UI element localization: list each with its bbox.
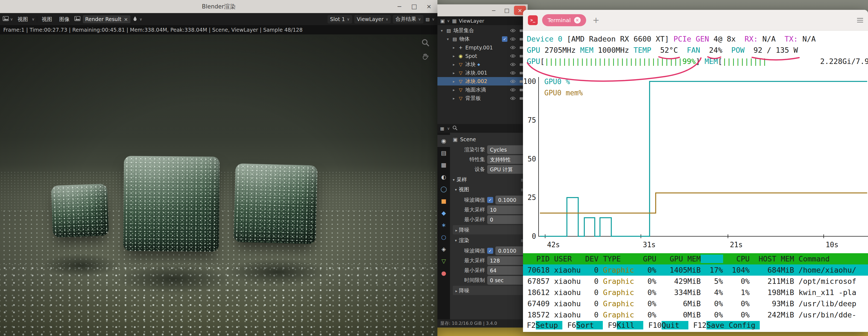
expand-caret[interactable]: ▸	[452, 71, 456, 75]
eye-icon[interactable]	[509, 96, 517, 100]
process-row[interactable]: 70618 xiaohu 0 Graphic 0% 1405MiB 17% 10…	[523, 264, 868, 276]
menu-view[interactable]: 视图	[39, 15, 55, 23]
properties-tab-constraints[interactable]: ◈	[437, 243, 450, 255]
maximize-button[interactable]: □	[501, 6, 513, 15]
menu-image[interactable]: 图像	[57, 15, 72, 23]
collapsed-panel[interactable]: ▸ 降噪	[453, 286, 525, 295]
properties-tab-particles[interactable]: ∗	[437, 219, 450, 231]
display-options-icon[interactable]: ▧	[426, 16, 430, 22]
eye-icon[interactable]	[509, 88, 517, 92]
properties-tab-physics[interactable]: ○	[437, 231, 450, 243]
expand-caret[interactable]: ▸	[452, 79, 456, 83]
fkey-f6[interactable]: F6	[567, 321, 576, 330]
properties-tab-modifiers[interactable]: ◆	[437, 207, 450, 219]
zoom-gizmo[interactable]	[420, 37, 431, 48]
fkey-label[interactable]: Sort	[576, 321, 603, 330]
fkey-label[interactable]: Quit	[661, 321, 688, 330]
pan-gizmo[interactable]	[420, 51, 431, 63]
outliner-row[interactable]: ▾▤场景集合	[437, 26, 528, 35]
collapsed-panel[interactable]: ▸ 降噪	[453, 225, 525, 234]
panel-header[interactable]: ▾渲染≡	[453, 235, 525, 245]
expand-caret[interactable]: ▸	[452, 45, 456, 50]
expand-caret[interactable]: ▸	[452, 88, 456, 92]
editor-type-button[interactable]: ∨	[3, 16, 13, 22]
browse-image-icon[interactable]	[74, 16, 81, 22]
terminal-tab[interactable]: Terminal ×	[542, 14, 586, 26]
properties-tab-object-data[interactable]: ▽	[437, 255, 450, 267]
image-datablock[interactable]: Render Result ×	[83, 15, 131, 24]
fkey-label[interactable]: Kill	[617, 321, 644, 330]
slot-select[interactable]: Slot 1∨	[328, 15, 352, 24]
collection-checkbox[interactable]: ✓	[502, 36, 507, 42]
maximize-button[interactable]: □	[407, 0, 422, 13]
process-row[interactable]: 18572 xiaohu 0 Graphic 0% 0MiB 0% 0% 242…	[523, 309, 868, 321]
fkey-f12[interactable]: F12	[693, 321, 707, 330]
fkey-f10[interactable]: F10	[648, 321, 661, 330]
properties-tab-scene[interactable]: ◐	[437, 171, 450, 183]
expand-caret[interactable]: ▾	[440, 28, 444, 33]
value-field[interactable]: 128	[487, 256, 525, 265]
value-field[interactable]: 0 sec	[487, 276, 525, 284]
fkey-f9[interactable]: F9	[608, 321, 617, 330]
minimize-button[interactable]: −	[392, 0, 407, 13]
fkey-label[interactable]: Save Config	[706, 321, 760, 330]
value-field[interactable]: 支持特性	[487, 155, 525, 164]
eye-icon[interactable]	[509, 37, 517, 41]
panel-header[interactable]: ▾视图≡	[453, 184, 525, 195]
object-data-icon: ▽	[441, 258, 446, 264]
process-row[interactable]: 18612 xiaohu 0 Graphic 0% 334MiB 4% 1% 1…	[523, 287, 868, 298]
value-field[interactable]: 0	[487, 215, 525, 224]
outliner-row[interactable]: ▸▽背景板	[437, 94, 528, 102]
viewlayer-selector[interactable]: ViewLayer	[459, 18, 484, 24]
search-icon[interactable]	[453, 125, 457, 131]
property-row: 最大采样10	[453, 205, 525, 214]
eye-icon[interactable]	[509, 79, 517, 83]
properties-tab-render[interactable]: ◉	[437, 135, 450, 147]
value-field[interactable]: 64	[487, 266, 525, 275]
properties-tab-material[interactable]: ●	[437, 267, 450, 279]
expand-caret[interactable]: ▸	[452, 96, 456, 101]
process-row[interactable]: 67857 xiaohu 0 Graphic 0% 429MiB 5% 0% 2…	[523, 276, 868, 287]
new-tab-button[interactable]: +	[590, 15, 602, 25]
outliner-row[interactable]: ▾▤物体✓	[437, 35, 528, 43]
value-field[interactable]: 10	[487, 205, 525, 214]
eye-icon[interactable]	[509, 63, 517, 66]
eye-icon[interactable]	[509, 46, 517, 49]
fkey-f2[interactable]: F2	[527, 321, 536, 330]
value-field[interactable]: 0.0100	[495, 246, 525, 255]
properties-tab-view-layer[interactable]: ▦	[437, 159, 450, 171]
checkbox[interactable]: ✓	[487, 197, 493, 203]
window-menu-button[interactable]	[857, 18, 863, 23]
mode-select[interactable]: 视图 ∨	[15, 15, 34, 23]
properties-tab-world[interactable]: ◯	[437, 183, 450, 195]
fkey-label[interactable]: Setup	[536, 321, 563, 330]
tab-close-icon[interactable]: ×	[574, 17, 581, 24]
process-row[interactable]: 67409 xiaohu 0 Graphic 0% 6MiB 0% 0% 93M…	[523, 298, 868, 309]
pass-select[interactable]: 合并结果∨	[393, 15, 423, 24]
eye-icon[interactable]	[509, 54, 517, 58]
minimize-button[interactable]: −	[488, 6, 500, 15]
outliner-row[interactable]: ▸◉Spot	[437, 52, 528, 60]
checkbox[interactable]: ✓	[487, 248, 493, 254]
eye-icon[interactable]	[509, 29, 517, 33]
properties-editor-icon[interactable]: ▦	[440, 126, 444, 131]
layer-select[interactable]: ViewLayer∨	[354, 15, 391, 24]
value-field[interactable]: GPU 计算	[487, 165, 525, 174]
outliner-row[interactable]: ▸▽冰块.001	[437, 69, 528, 77]
outliner-row[interactable]: ▸▽冰块◆	[437, 60, 528, 69]
outliner-row[interactable]: ▸+Empty.001	[437, 43, 528, 52]
unlink-icon[interactable]: ×	[124, 16, 128, 22]
outliner-row[interactable]: ▸▽地面水滴	[437, 86, 528, 94]
close-button[interactable]: ×	[422, 0, 436, 13]
properties-tab-object[interactable]: ■	[437, 195, 450, 207]
channels-icon[interactable]	[133, 16, 137, 23]
outliner-row[interactable]: ▸▽冰块.002	[437, 77, 528, 86]
properties-tab-output[interactable]: ▤	[437, 147, 450, 159]
expand-caret[interactable]: ▸	[452, 54, 456, 58]
eye-icon[interactable]	[509, 71, 517, 75]
expand-caret[interactable]: ▸	[452, 62, 456, 67]
value-field[interactable]: Cycles	[487, 145, 525, 154]
value-field[interactable]: 0.1000	[495, 196, 525, 204]
expand-caret[interactable]: ▾	[445, 37, 450, 41]
panel-header-sampling[interactable]: ▾采样≡	[453, 175, 525, 184]
